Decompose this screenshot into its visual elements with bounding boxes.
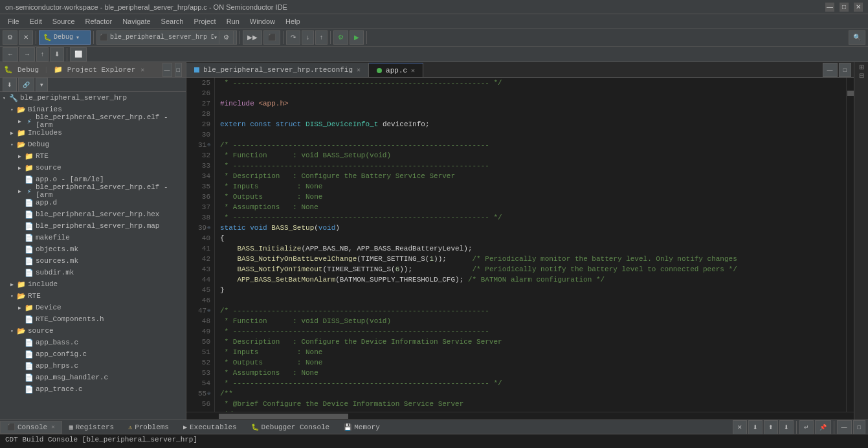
bottom-scroll-lock[interactable]: ⬇ (748, 420, 762, 434)
debug-dropdown[interactable]: 🐛 Debug ▾ (39, 30, 91, 45)
tree-item-include[interactable]: ▶ 📁 include (0, 278, 186, 290)
tree-item-makefile[interactable]: ▶ 📄 makefile (0, 232, 186, 243)
minimize-button[interactable]: — (825, 3, 834, 12)
window-controls[interactable]: — □ ✕ (825, 3, 863, 12)
tab-appc[interactable]: app.c ✕ (369, 63, 423, 77)
bottom-tab-registers[interactable]: ▦ Registers (62, 421, 121, 434)
tree-item-rte-components[interactable]: ▶ 📄 RTE_Components.h (0, 313, 186, 325)
menu-source[interactable]: Source (47, 16, 80, 27)
maximize-button[interactable]: □ (840, 3, 849, 12)
editor-min[interactable]: — (823, 63, 838, 77)
editor-scrollbar[interactable] (846, 78, 854, 412)
tree-item-root[interactable]: ▾ 🔧 ble_peripheral_server_hrp (0, 92, 186, 104)
tree-item-rte-root[interactable]: ▾ 📂 RTE (0, 290, 186, 302)
tree-item-app-config[interactable]: ▶ 📄 app_config.c (0, 348, 186, 360)
left-panel: 🐛 Debug | 📁 Project Explorer ✕ — □ ⬇ 🔗 ▾… (0, 62, 186, 420)
view-menu[interactable]: ▾ (36, 78, 48, 92)
toolbar-step-into[interactable]: ↓ (302, 30, 314, 45)
tree-item-elf1[interactable]: ▶ ⚡ ble_peripheral_server_hrp.elf - [arm (0, 115, 186, 127)
tree-item-app-bass[interactable]: ▶ 📄 app_bass.c (0, 337, 186, 348)
collapse-all[interactable]: ⬇ (3, 78, 17, 92)
bottom-scroll-top[interactable]: ⬆ (764, 420, 778, 434)
tree-item-source-root[interactable]: ▾ 📂 source (0, 325, 186, 337)
nav-back[interactable]: ← (3, 47, 18, 62)
toolbar-stop-btn[interactable]: ⬛ (263, 30, 280, 45)
tree-item-app-hrps[interactable]: ▶ 📄 app_hrps.c (0, 360, 186, 372)
nav-up[interactable]: ↑ (36, 47, 49, 62)
tree-item-app-trace[interactable]: ▶ 📄 app_trace.c (0, 383, 186, 395)
editor-max[interactable]: □ (839, 63, 851, 77)
maximize-panel[interactable]: □ (175, 63, 182, 77)
tree-item-elf2[interactable]: ▶ ⚡ ble_peripheral_server_hrp.elf - [arm (0, 185, 186, 197)
code-content[interactable]: * --------------------------------------… (215, 78, 846, 412)
includes-folder-icon: 📁 (17, 128, 26, 137)
tree-item-map[interactable]: ▶ 📄 ble_peripheral_server_hrp.map (0, 220, 186, 232)
tree-item-rte[interactable]: ▶ 📁 RTE (0, 150, 186, 162)
bottom-tab-memory[interactable]: 💾 Memory (337, 421, 387, 434)
toolbar-step-over[interactable]: ↷ (286, 30, 300, 45)
objects-label: objects.mk (36, 245, 78, 253)
tree-item-debug[interactable]: ▾ 📂 Debug (0, 139, 186, 150)
map-label: ble_peripheral_server_hrp.map (36, 222, 159, 230)
bottom-scroll-bottom[interactable]: ⬇ (779, 420, 794, 434)
bottom-clear[interactable]: ✕ (733, 420, 747, 434)
minimize-panel[interactable]: — (162, 63, 172, 77)
tree-item-objects[interactable]: ▶ 📄 objects.mk (0, 243, 186, 255)
tree-item-hex[interactable]: ▶ 📄 ble_peripheral_server_hrp.hex (0, 208, 186, 220)
menu-run[interactable]: Run (221, 16, 245, 27)
right-panel-btn1[interactable]: ⊞ (859, 63, 864, 71)
tab-rteconfig-close[interactable]: ✕ (357, 66, 361, 74)
scrollbar-thumb[interactable] (847, 91, 854, 96)
tab-appc-close[interactable]: ✕ (411, 67, 415, 74)
bottom-word-wrap[interactable]: ↵ (799, 420, 814, 434)
nav-forward[interactable]: → (19, 47, 35, 62)
toolbar-btn-1[interactable]: ⚙ (3, 30, 17, 45)
menu-navigate[interactable]: Navigate (117, 16, 155, 27)
app-bass-icon: 📄 (25, 338, 34, 347)
menu-file[interactable]: File (3, 16, 25, 27)
nav-history[interactable]: ⬇ (50, 47, 64, 62)
bottom-min[interactable]: — (837, 420, 852, 434)
toolbar-debug[interactable]: ▶ (350, 30, 364, 45)
tree-item-device[interactable]: ▶ 📁 Device (0, 302, 186, 313)
tab-rteconfig[interactable]: ble_peripheral_server_hrp.rteconfig ✕ (186, 63, 369, 77)
toolbar-btn-2[interactable]: ✕ (19, 30, 33, 45)
console-close[interactable]: ✕ (51, 423, 54, 431)
source-debug-label: source (36, 164, 61, 172)
toolbar-search[interactable]: 🔍 (849, 30, 865, 45)
menu-edit[interactable]: Edit (25, 16, 47, 27)
bottom-tab-console[interactable]: ⬛ Console ✕ (0, 421, 62, 434)
toolbar-build[interactable]: ⚙ (333, 30, 348, 45)
new-window[interactable]: ⬜ (70, 47, 87, 62)
menu-help[interactable]: Help (280, 16, 306, 27)
debug-folder-label: Debug (28, 140, 49, 148)
menu-window[interactable]: Window (245, 16, 280, 27)
panel-tab-debug[interactable]: Debug (17, 66, 39, 74)
panel-tab-explorer[interactable]: Project Explorer (67, 66, 136, 74)
bottom-tab-problems[interactable]: ⚠ Problems (121, 421, 176, 434)
hscrollbar-thumb[interactable] (219, 414, 348, 419)
tree-item-source-debug[interactable]: ▶ 📁 source (0, 162, 186, 174)
menu-search[interactable]: Search (156, 16, 189, 27)
editor-hscrollbar[interactable] (186, 412, 854, 420)
toolbar-run-btn[interactable]: ▶▶ (243, 30, 262, 45)
tree-item-app-msg[interactable]: ▶ 📄 app_msg_handler.c (0, 372, 186, 383)
right-panel-btn2[interactable]: ⊟ (859, 72, 864, 79)
bottom-pin[interactable]: 📌 (815, 420, 831, 434)
toolbar-config-settings[interactable]: ⚙ (219, 30, 234, 45)
menu-refactor[interactable]: Refactor (80, 16, 118, 27)
bottom-tab-executables[interactable]: ▶ Executables (176, 421, 244, 434)
app-trace-icon: 📄 (25, 385, 34, 394)
bottom-tab-debugger-console[interactable]: 🐛 Debugger Console (244, 421, 337, 434)
tree-item-subdir[interactable]: ▶ 📄 subdir.mk (0, 267, 186, 278)
link-editor[interactable]: 🔗 (18, 78, 34, 92)
panel-close-icon[interactable]: ✕ (140, 66, 144, 74)
toolbar-step-return[interactable]: ↑ (315, 30, 328, 45)
include-label: include (28, 280, 58, 288)
bottom-max[interactable]: □ (853, 420, 865, 434)
menu-project[interactable]: Project (188, 16, 221, 27)
tree-item-sources[interactable]: ▶ 📄 sources.mk (0, 255, 186, 267)
close-button[interactable]: ✕ (854, 3, 863, 12)
line-43: BASS_NotifyOnTimeout(TIMER_SETTING_S(6))… (220, 264, 846, 274)
config-combo[interactable]: ⬛ ble_peripheral_server_hrp Debu... ▾ ⚙ (96, 30, 237, 45)
